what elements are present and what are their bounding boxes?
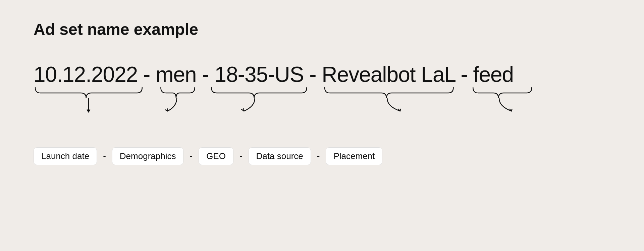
data-source-badge: Data source [249,147,311,165]
diagram-svg [34,87,610,147]
placement-badge: Placement [326,147,382,165]
demographics-badge: Demographics [112,147,184,165]
svg-line-10 [512,109,512,111]
page-title: Ad set name example [34,20,610,39]
svg-line-6 [244,109,244,111]
sep1-badge: - [100,147,109,164]
launch-date-badge: Launch date [34,147,97,165]
labels-row: Launch date - Demographics - GEO - Data … [34,147,610,165]
sep2-badge: - [187,147,195,164]
svg-line-4 [167,109,168,111]
sep4-badge: - [314,147,323,164]
svg-line-8 [400,109,401,111]
sep3-badge: - [237,147,245,164]
geo-badge: GEO [199,147,233,165]
main-content: 10.12.2022 - men - 18-35-US - Revealbot … [34,62,610,165]
name-example: 10.12.2022 - men - 18-35-US - Revealbot … [34,62,610,87]
diagram-area [34,87,610,147]
